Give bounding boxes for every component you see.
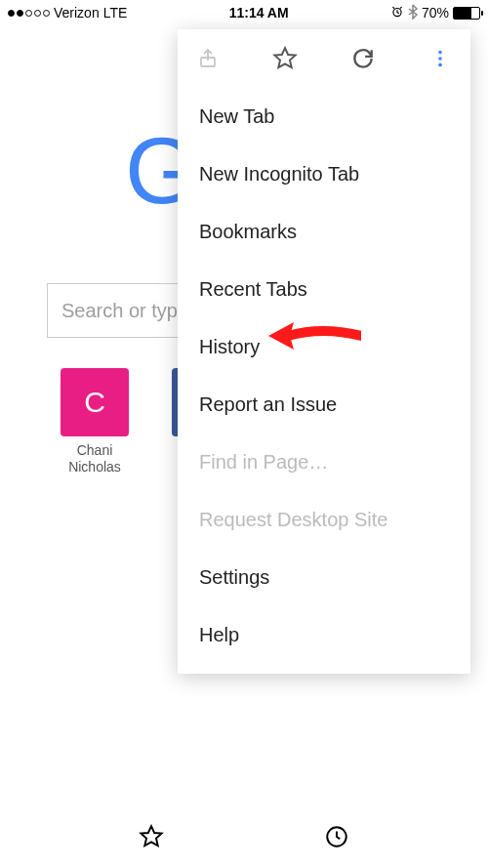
tile-letter: C bbox=[61, 368, 129, 436]
history-icon[interactable] bbox=[324, 824, 349, 853]
network-label: LTE bbox=[103, 5, 128, 21]
menu-item-new-incognito-tab[interactable]: New Incognito Tab bbox=[178, 145, 470, 203]
status-left: Verizon LTE bbox=[8, 5, 127, 21]
alarm-icon bbox=[390, 5, 404, 21]
more-icon[interactable] bbox=[427, 46, 453, 71]
menu-item-help[interactable]: Help bbox=[178, 606, 470, 664]
menu-item-bookmarks[interactable]: Bookmarks bbox=[178, 203, 470, 261]
menu-item-request-desktop-site: Request Desktop Site bbox=[178, 491, 470, 549]
menu-icon-row bbox=[178, 29, 470, 88]
star-icon[interactable] bbox=[272, 46, 298, 71]
status-bar: Verizon LTE 11:14 AM 70% bbox=[0, 0, 488, 25]
annotation-arrow bbox=[268, 316, 361, 359]
carrier-label: Verizon bbox=[54, 5, 100, 21]
clock: 11:14 AM bbox=[229, 5, 289, 21]
menu-item-report-issue[interactable]: Report an Issue bbox=[178, 376, 470, 434]
tile-label: Chani Nicholas bbox=[59, 442, 131, 475]
menu-item-find-in-page: Find in Page… bbox=[178, 434, 470, 491]
share-icon[interactable] bbox=[195, 46, 221, 71]
battery-icon bbox=[453, 7, 480, 20]
status-right: 70% bbox=[390, 4, 480, 22]
search-placeholder: Search or type bbox=[61, 300, 188, 322]
star-icon[interactable] bbox=[139, 824, 164, 853]
svg-point-4 bbox=[438, 63, 442, 67]
svg-point-2 bbox=[438, 51, 442, 55]
menu-item-settings[interactable]: Settings bbox=[178, 549, 470, 606]
bluetooth-icon bbox=[408, 4, 418, 22]
reload-icon[interactable] bbox=[350, 46, 376, 71]
menu-item-new-tab[interactable]: New Tab bbox=[178, 88, 470, 145]
tile-chani-nicholas[interactable]: C Chani Nicholas bbox=[59, 368, 131, 475]
svg-point-3 bbox=[438, 57, 442, 61]
menu-item-recent-tabs[interactable]: Recent Tabs bbox=[178, 261, 470, 318]
bottom-toolbar bbox=[0, 809, 488, 868]
battery-pct: 70% bbox=[422, 5, 449, 21]
signal-dots bbox=[8, 10, 50, 17]
